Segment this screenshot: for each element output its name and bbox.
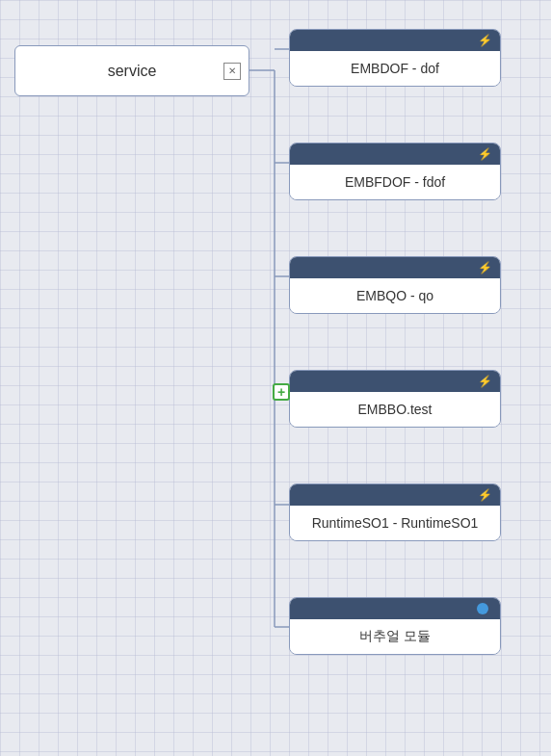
node-runtimeso1-header: ⚡ xyxy=(290,484,500,506)
blue-dot-indicator xyxy=(477,603,488,614)
node-runtimeso1-icon: ⚡ xyxy=(478,488,492,502)
node-embfdof-header: ⚡ xyxy=(290,143,500,165)
node-embfdof-label: EMBFDOF - fdof xyxy=(345,174,445,190)
node-embdof-label: EMBDOF - dof xyxy=(351,61,439,76)
node-embdof-body: EMBDOF - dof xyxy=(290,51,500,86)
node-embfdof-body: EMBFDOF - fdof xyxy=(290,165,500,199)
node-embqo-label: EMBQO - qo xyxy=(356,288,433,303)
node-embfdof: ⚡ EMBFDOF - fdof xyxy=(289,143,501,200)
node-embqo-header: ⚡ xyxy=(290,257,500,278)
node-embbo-label: EMBBO.test xyxy=(357,402,432,417)
service-label: service xyxy=(108,63,157,80)
node-virtual-module: 버추얼 모듈 xyxy=(289,597,501,655)
node-runtimeso1: ⚡ RuntimeSO1 - RuntimeSO1 xyxy=(289,483,501,541)
expand-button[interactable]: + xyxy=(273,383,290,401)
node-embdof: ⚡ EMBDOF - dof xyxy=(289,29,501,87)
node-embbo: ⚡ EMBBO.test xyxy=(289,370,501,428)
node-virtual-module-body: 버추얼 모듈 xyxy=(290,619,500,654)
node-embbo-body: EMBBO.test xyxy=(290,392,500,427)
node-embbo-icon: ⚡ xyxy=(478,375,492,388)
node-embqo: ⚡ EMBQO - qo xyxy=(289,256,501,314)
node-embbo-header: ⚡ xyxy=(290,371,500,392)
node-embdof-header: ⚡ xyxy=(290,30,500,51)
node-embqo-body: EMBQO - qo xyxy=(290,278,500,313)
node-virtual-module-header xyxy=(290,598,500,619)
node-embdof-icon: ⚡ xyxy=(478,34,492,47)
node-embfdof-icon: ⚡ xyxy=(478,147,492,161)
node-virtual-module-label: 버추얼 모듈 xyxy=(359,628,431,645)
service-close-button[interactable]: ✕ xyxy=(223,63,241,80)
node-embqo-icon: ⚡ xyxy=(478,261,492,274)
service-node: service ✕ xyxy=(14,45,249,96)
node-runtimeso1-label: RuntimeSO1 - RuntimeSO1 xyxy=(312,515,479,531)
node-runtimeso1-body: RuntimeSO1 - RuntimeSO1 xyxy=(290,506,500,540)
